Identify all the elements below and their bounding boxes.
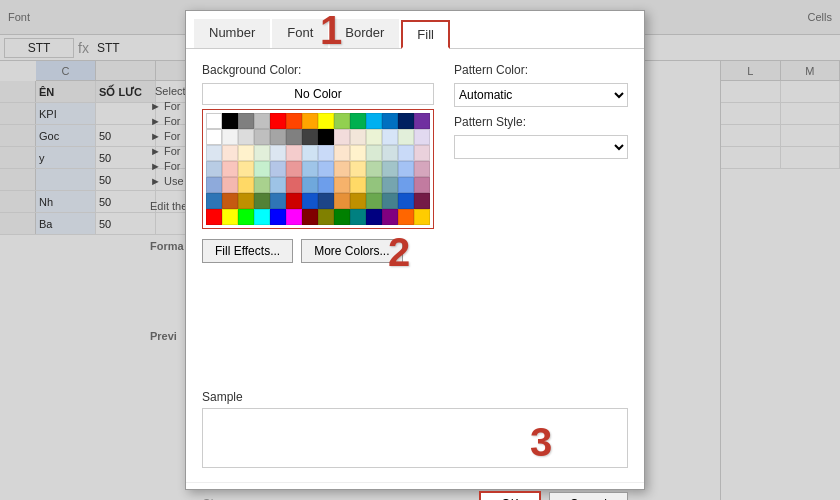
color-swatch[interactable] [350,145,366,161]
color-swatch[interactable] [238,129,254,145]
color-swatch[interactable] [350,113,366,129]
color-swatch[interactable] [350,193,366,209]
color-swatch[interactable] [382,129,398,145]
color-swatch[interactable] [238,145,254,161]
color-swatch[interactable] [366,209,382,225]
color-swatch[interactable] [398,145,414,161]
color-swatch[interactable] [350,177,366,193]
color-swatch[interactable] [318,129,334,145]
color-swatch[interactable] [366,177,382,193]
color-swatch[interactable] [318,193,334,209]
color-swatch[interactable] [350,161,366,177]
color-swatch[interactable] [270,113,286,129]
color-swatch[interactable] [334,193,350,209]
tab-fill[interactable]: Fill [401,20,450,49]
color-swatch[interactable] [398,113,414,129]
color-swatch[interactable] [222,193,238,209]
color-swatch[interactable] [270,145,286,161]
color-swatch[interactable] [366,129,382,145]
color-swatch[interactable] [206,161,222,177]
color-swatch[interactable] [414,113,430,129]
color-swatch[interactable] [270,209,286,225]
color-swatch[interactable] [366,145,382,161]
color-swatch[interactable] [318,177,334,193]
color-swatch[interactable] [398,193,414,209]
color-swatch[interactable] [222,145,238,161]
pattern-color-select[interactable]: Automatic [454,83,628,107]
fill-effects-button[interactable]: Fill Effects... [202,239,293,263]
color-swatch[interactable] [238,177,254,193]
color-swatch[interactable] [414,209,430,225]
color-swatch[interactable] [270,177,286,193]
color-swatch[interactable] [206,177,222,193]
no-color-button[interactable]: No Color [202,83,434,105]
color-swatch[interactable] [382,113,398,129]
color-swatch[interactable] [238,113,254,129]
color-swatch[interactable] [286,209,302,225]
color-swatch[interactable] [318,161,334,177]
color-swatch[interactable] [238,209,254,225]
color-swatch[interactable] [366,193,382,209]
color-swatch[interactable] [318,145,334,161]
color-swatch[interactable] [398,209,414,225]
color-swatch[interactable] [286,145,302,161]
color-swatch[interactable] [398,177,414,193]
color-swatch[interactable] [334,161,350,177]
color-swatch[interactable] [238,161,254,177]
color-swatch[interactable] [398,161,414,177]
color-swatch[interactable] [302,209,318,225]
more-colors-button[interactable]: More Colors... [301,239,402,263]
color-swatch[interactable] [270,161,286,177]
color-swatch[interactable] [334,113,350,129]
color-swatch[interactable] [382,177,398,193]
color-swatch[interactable] [222,177,238,193]
pattern-style-select[interactable] [454,135,628,159]
color-swatch[interactable] [302,177,318,193]
color-swatch[interactable] [254,129,270,145]
color-swatch[interactable] [414,177,430,193]
color-swatch[interactable] [206,113,222,129]
color-swatch[interactable] [318,113,334,129]
color-swatch[interactable] [350,129,366,145]
color-swatch[interactable] [222,129,238,145]
color-swatch[interactable] [334,145,350,161]
color-swatch[interactable] [222,161,238,177]
color-swatch[interactable] [414,145,430,161]
color-swatch[interactable] [318,209,334,225]
color-swatch[interactable] [302,193,318,209]
color-swatch[interactable] [382,161,398,177]
cancel-button[interactable]: Cancel [549,492,628,500]
tab-border[interactable]: Border [330,19,399,48]
color-swatch[interactable] [350,209,366,225]
color-swatch[interactable] [254,209,270,225]
color-swatch[interactable] [334,209,350,225]
color-swatch[interactable] [382,193,398,209]
color-swatch[interactable] [222,113,238,129]
tab-font[interactable]: Font [272,19,328,48]
color-swatch[interactable] [366,161,382,177]
color-swatch[interactable] [334,129,350,145]
color-swatch[interactable] [254,161,270,177]
color-swatch[interactable] [302,129,318,145]
color-swatch[interactable] [302,145,318,161]
color-swatch[interactable] [254,177,270,193]
color-swatch[interactable] [270,129,286,145]
color-swatch[interactable] [286,193,302,209]
color-swatch[interactable] [206,193,222,209]
color-swatch[interactable] [286,177,302,193]
color-swatch[interactable] [206,209,222,225]
color-swatch[interactable] [270,193,286,209]
tab-number[interactable]: Number [194,19,270,48]
color-swatch[interactable] [238,193,254,209]
color-swatch[interactable] [382,145,398,161]
ok-button[interactable]: OK [479,491,540,500]
color-swatch[interactable] [334,177,350,193]
color-swatch[interactable] [206,145,222,161]
color-swatch[interactable] [302,161,318,177]
color-swatch[interactable] [286,129,302,145]
color-swatch[interactable] [382,209,398,225]
color-swatch[interactable] [206,129,222,145]
color-swatch[interactable] [222,209,238,225]
color-swatch[interactable] [286,161,302,177]
color-swatch[interactable] [254,193,270,209]
